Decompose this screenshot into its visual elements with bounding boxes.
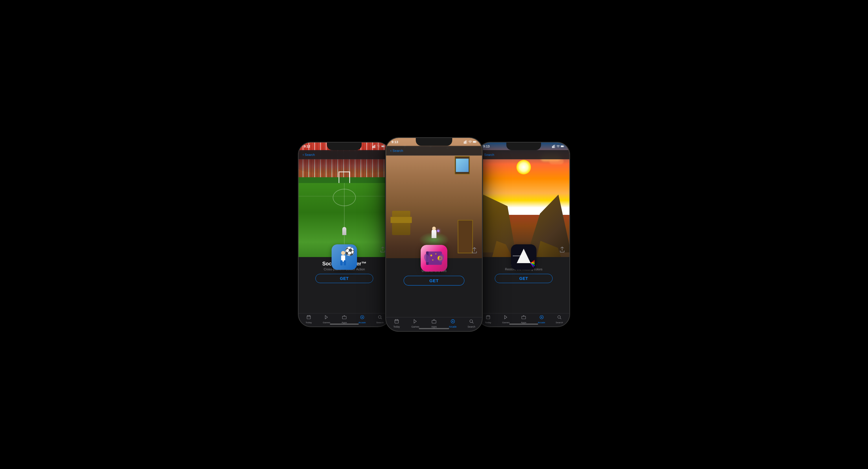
home-indicator-2 <box>419 328 450 329</box>
back-button-1[interactable]: ‹ Search <box>303 153 315 157</box>
phone-discolored: 9:13 ‹ Search <box>477 142 570 327</box>
svg-rect-27 <box>476 142 476 142</box>
tab-today-1[interactable]: Today <box>300 315 318 324</box>
status-icons-3 <box>552 144 564 148</box>
app-header-1: ‹ Search <box>299 150 390 159</box>
phone-3-screen: 9:13 ‹ Search <box>478 142 569 327</box>
tab-today-label-3: Today <box>485 321 491 324</box>
svg-point-35 <box>432 259 433 261</box>
phone-sociable-soccer: 9:12 ‹ Search <box>298 142 391 327</box>
get-button-1[interactable]: GET <box>315 274 373 283</box>
phone-guildlings: 9:13 ‹ Search <box>385 137 483 332</box>
status-icons-2 <box>464 140 476 144</box>
phone-1-screen: 9:12 ‹ Search <box>299 142 390 327</box>
share-button-1[interactable] <box>380 247 385 254</box>
svg-rect-17 <box>342 316 346 319</box>
svg-rect-47 <box>553 145 554 148</box>
tab-games-label-3: Games <box>502 321 509 324</box>
svg-rect-26 <box>473 141 476 142</box>
svg-rect-12 <box>344 260 346 265</box>
tab-search-label-2: Search <box>468 326 475 328</box>
svg-line-45 <box>472 322 473 323</box>
tab-games-label-1: Games <box>322 321 330 324</box>
svg-rect-51 <box>561 146 564 146</box>
notch-2 <box>416 138 452 146</box>
tab-arcade-label-3: Arcade <box>538 321 545 324</box>
svg-rect-62 <box>486 316 490 319</box>
apps-icon-3 <box>521 315 526 321</box>
arcade-icon-1 <box>360 315 365 321</box>
status-time: 9:12 <box>304 144 310 148</box>
tab-apps-2[interactable]: Apps <box>425 319 443 329</box>
status-icons <box>373 144 385 148</box>
app-icon-wrapper-3 <box>511 244 536 270</box>
tab-arcade-label-1: Arcade <box>359 321 366 324</box>
svg-point-34 <box>435 253 436 255</box>
tab-apps-1[interactable]: Apps <box>335 315 353 324</box>
app-icon-wrapper-2: ✦ <box>421 245 447 271</box>
tab-games-2[interactable]: Games <box>406 319 425 329</box>
svg-rect-48 <box>554 145 554 148</box>
tab-apps-3[interactable]: Apps <box>515 315 533 324</box>
app-info-1: 🍎 Arcade Sociable Soccer™ Cross-platform… <box>299 257 390 313</box>
notch-3 <box>506 142 541 150</box>
tab-arcade-1[interactable]: Arcade <box>353 315 371 324</box>
svg-rect-38 <box>395 320 398 323</box>
arcade-icon-3 <box>539 315 544 321</box>
games-icon-1 <box>324 315 329 321</box>
svg-rect-23 <box>466 140 466 144</box>
phone-2-screen: 9:13 ‹ Search <box>386 138 482 331</box>
tab-games-3[interactable]: Games <box>497 315 515 324</box>
today-icon-1 <box>306 315 311 321</box>
today-icon-3 <box>486 315 490 321</box>
svg-point-44 <box>470 320 473 323</box>
tab-today-label-1: Today <box>306 321 312 324</box>
tab-today-label-2: Today <box>393 326 400 328</box>
svg-rect-49 <box>555 144 555 148</box>
svg-rect-11 <box>340 260 343 265</box>
search-icon-1 <box>378 315 382 321</box>
guildlings-app-icon: ✦ <box>421 245 447 271</box>
svg-point-68 <box>558 316 560 319</box>
svg-rect-1 <box>374 145 374 148</box>
tab-games-1[interactable]: Games <box>318 315 336 324</box>
get-button-3[interactable]: GET <box>495 274 553 283</box>
share-button-3[interactable] <box>560 247 565 254</box>
get-button-2[interactable]: GET <box>404 276 464 286</box>
svg-rect-3 <box>375 144 376 148</box>
app-icon-wrapper-1 <box>332 244 357 270</box>
svg-rect-46 <box>552 146 553 148</box>
sun <box>517 160 531 174</box>
apps-icon-1 <box>342 315 347 321</box>
share-button-2[interactable] <box>472 247 477 255</box>
tab-games-label-2: Games <box>411 326 419 328</box>
today-icon-2 <box>394 319 399 325</box>
tab-arcade-label-2: Arcade <box>449 326 457 328</box>
back-button-3[interactable]: ‹ Search <box>482 153 494 157</box>
app-header-2: ‹ Search <box>386 146 482 156</box>
search-icon-3 <box>557 315 562 321</box>
games-icon-2 <box>413 319 418 325</box>
app-header-3: ‹ Search <box>478 150 569 159</box>
discolored-app-icon <box>511 244 536 270</box>
back-button-2[interactable]: ‹ Search <box>390 148 403 153</box>
svg-rect-22 <box>465 141 465 144</box>
home-indicator-1 <box>330 324 359 325</box>
soccer-app-icon <box>332 244 357 270</box>
tab-search-3[interactable]: Search <box>550 315 568 324</box>
svg-rect-6 <box>384 146 385 146</box>
tab-search-label-1: Search <box>376 321 383 324</box>
tab-arcade-2[interactable]: Arcade <box>443 319 462 329</box>
svg-point-9 <box>341 251 345 255</box>
svg-line-69 <box>560 318 561 319</box>
tab-today-2[interactable]: Today <box>387 319 406 329</box>
svg-rect-66 <box>522 316 525 319</box>
status-time-3: 9:13 <box>483 144 490 148</box>
tab-search-2[interactable]: Search <box>462 319 481 329</box>
notch <box>327 142 362 150</box>
svg-rect-21 <box>464 142 464 144</box>
tab-arcade-3[interactable]: Arcade <box>533 315 551 324</box>
apps-icon-2 <box>432 319 437 325</box>
svg-point-19 <box>378 316 381 319</box>
status-time-2: 9:13 <box>392 140 398 144</box>
